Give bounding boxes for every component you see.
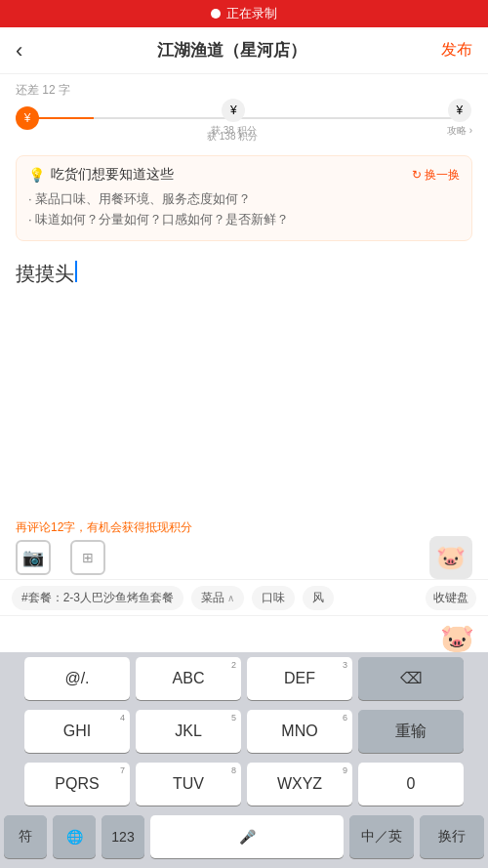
camera-area: 📷 ⊞ xyxy=(16,540,105,575)
globe-key[interactable]: 🌐 xyxy=(53,815,96,858)
key-at[interactable]: @/. xyxy=(24,657,130,700)
tip-prefix: 再评论12字， xyxy=(16,520,87,534)
milestone-end-icon: ¥ xyxy=(448,99,471,122)
emoji-button[interactable]: 🐷 xyxy=(440,622,474,654)
num-key[interactable]: 123 xyxy=(102,815,144,858)
key-mno[interactable]: 6 MNO xyxy=(247,710,352,753)
keyboard-hide-button[interactable]: 收键盘 xyxy=(426,586,476,610)
chinese-key[interactable]: 中／英 xyxy=(349,815,414,858)
mic-icon: 🎤 xyxy=(239,829,256,845)
keyboard-action-row: 符 🌐 123 🎤 中／英 换行 xyxy=(0,810,488,868)
key-wxyz[interactable]: 9 WXYZ xyxy=(247,763,352,806)
space-key[interactable]: 🎤 xyxy=(150,815,344,858)
milestone-coin-icon: ¥ xyxy=(16,106,39,130)
camera-button[interactable]: 📷 xyxy=(16,540,51,575)
text-cursor xyxy=(75,261,77,282)
input-text-value: 摸摸头 xyxy=(16,261,74,287)
tag-chip-4[interactable]: 风 xyxy=(303,586,334,610)
key-jkl[interactable]: 5 JKL xyxy=(136,710,241,753)
key-tuv[interactable]: 8 TUV xyxy=(136,763,241,806)
key-abc[interactable]: 2 ABC xyxy=(136,657,241,700)
globe-icon: 🌐 xyxy=(66,829,83,845)
key-at-label: @/. xyxy=(64,671,89,686)
key-ghi[interactable]: 4 GHI xyxy=(24,710,130,753)
key-def-label: DEF xyxy=(284,671,315,686)
chevron-up-icon: ∧ xyxy=(227,593,234,603)
tag-chip-1-label: #套餐：2-3人巴沙鱼烤鱼套餐 xyxy=(21,590,174,606)
keyboard: @/. 2 ABC 3 DEF ⌫ 4 GHI 5 JKL 6 MNO 重输 xyxy=(0,652,488,868)
suggestion-list: 菜品口味、用餐环境、服务态度如何？ 味道如何？分量如何？口感如何？是否新鲜？ xyxy=(28,189,460,230)
chinese-key-label: 中／英 xyxy=(361,828,402,846)
tip-link[interactable]: 有机会获得抵现积分 xyxy=(87,520,192,534)
return-key[interactable]: 换行 xyxy=(420,815,484,858)
suggestion-heading: 吃货们想要知道这些 xyxy=(51,166,174,184)
suggestion-item-1: 菜品口味、用餐环境、服务态度如何？ xyxy=(28,189,460,210)
suggestion-title: 💡 吃货们想要知道这些 ↻ 换一换 xyxy=(28,166,460,184)
recording-indicator: 正在录制 xyxy=(211,5,277,22)
key-pqrs[interactable]: 7 PQRS xyxy=(24,763,130,806)
tags-bar: #套餐：2-3人巴沙鱼烤鱼套餐 菜品 ∧ 口味 风 收键盘 xyxy=(0,579,488,616)
emoji-row: 🐷 xyxy=(0,618,488,657)
milestone-mid: ¥ 获 38 积分 xyxy=(211,99,257,138)
tag-chip-4-label: 风 xyxy=(312,590,324,606)
text-input-area[interactable]: 摸摸头 xyxy=(0,249,488,327)
key-mno-label: MNO xyxy=(281,723,317,739)
tag-chip-1[interactable]: #套餐：2-3人巴沙鱼烤鱼套餐 xyxy=(12,586,183,610)
tag-chip-2[interactable]: 菜品 ∧ xyxy=(191,586,244,610)
key-reenter-label: 重输 xyxy=(395,723,427,739)
input-content[interactable]: 摸摸头 xyxy=(16,261,472,287)
sticker-button[interactable]: 🐷 xyxy=(429,536,472,579)
page-title: 江湖渔道（星河店） xyxy=(157,39,306,62)
tag-chip-2-label: 菜品 xyxy=(201,590,224,606)
sym-key-label: 符 xyxy=(19,828,32,846)
bottom-tip: 再评论12字，有机会获得抵现积分 xyxy=(16,519,472,536)
sym-key[interactable]: 符 xyxy=(4,815,47,858)
status-bar: 正在录制 xyxy=(0,0,488,27)
keyboard-row-2: 4 GHI 5 JKL 6 MNO 重输 xyxy=(0,705,488,758)
key-abc-label: ABC xyxy=(173,671,205,686)
key-tuv-label: TUV xyxy=(173,776,204,792)
recording-text: 正在录制 xyxy=(226,5,277,22)
keyboard-row-3: 7 PQRS 8 TUV 9 WXYZ 0 xyxy=(0,758,488,810)
key-ghi-label: GHI xyxy=(63,723,91,739)
progress-track: ¥ ¥ 获 38 积分 ¥ 攻略 › xyxy=(16,104,472,132)
key-zero[interactable]: 0 xyxy=(358,763,464,806)
key-reenter[interactable]: 重输 xyxy=(358,710,464,753)
refresh-button[interactable]: ↻ 换一换 xyxy=(412,167,460,184)
suggestion-title-text: 💡 吃货们想要知道这些 xyxy=(28,166,174,184)
nav-bar: ‹ 江湖渔道（星河店） 发布 xyxy=(0,27,488,74)
record-dot-icon xyxy=(211,9,221,19)
points-bar: 还差 12 字 ¥ ¥ 获 38 积分 ¥ 攻略 › 获 138 积分 xyxy=(0,74,488,147)
suggestion-box: 💡 吃货们想要知道这些 ↻ 换一换 菜品口味、用餐环境、服务态度如何？ 味道如何… xyxy=(16,155,472,241)
key-pqrs-label: PQRS xyxy=(55,776,99,792)
num-key-label: 123 xyxy=(111,829,134,845)
milestone-end-label: 攻略 › xyxy=(447,124,472,138)
suggestion-item-2: 味道如何？分量如何？口感如何？是否新鲜？ xyxy=(28,210,460,230)
lightbulb-icon: 💡 xyxy=(28,167,45,183)
key-def[interactable]: 3 DEF xyxy=(247,657,352,700)
key-delete[interactable]: ⌫ xyxy=(358,657,464,700)
key-jkl-label: JKL xyxy=(175,723,202,739)
return-key-label: 换行 xyxy=(438,828,466,846)
delete-icon: ⌫ xyxy=(400,671,423,686)
keyboard-row-1: @/. 2 ABC 3 DEF ⌫ xyxy=(0,652,488,705)
publish-button[interactable]: 发布 xyxy=(441,40,472,61)
key-wxyz-label: WXYZ xyxy=(277,776,322,792)
milestone-mid-label: 获 38 积分 xyxy=(211,124,257,138)
track-fill xyxy=(35,117,94,119)
milestone-end: ¥ 攻略 › xyxy=(447,99,472,138)
back-button[interactable]: ‹ xyxy=(16,38,22,63)
tag-chip-3-label: 口味 xyxy=(262,590,285,606)
remaining-chars-text: 还差 12 字 xyxy=(16,82,472,99)
key-zero-label: 0 xyxy=(407,776,416,792)
milestone-mid-icon: ¥ xyxy=(222,99,245,122)
milestone-start: ¥ xyxy=(16,106,39,130)
album-button[interactable]: ⊞ xyxy=(70,540,105,575)
tag-chip-3[interactable]: 口味 xyxy=(252,586,295,610)
